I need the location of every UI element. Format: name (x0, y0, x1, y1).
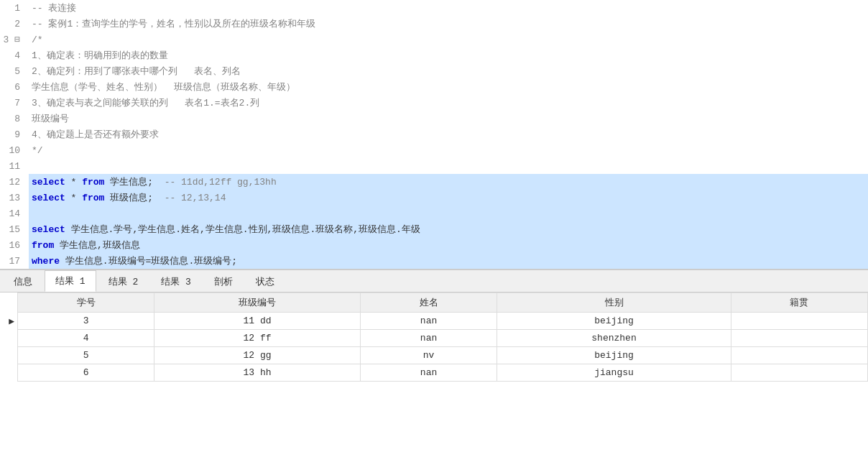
line-number: 16 (0, 237, 29, 253)
result-area: 学号 班级编号 姓名 性别 籍贯 ▶ 3 11 dd nan beijing 4… (0, 292, 868, 382)
row-indicator: ▶ (0, 313, 18, 330)
result-row-1: ▶ 3 11 dd nan beijing (0, 313, 868, 330)
code-content: -- 案例1：查询学生的学号，姓名，性别以及所在的班级名称和年级 (29, 16, 868, 32)
cell-xuehao: 5 (18, 347, 154, 364)
code-line-9: 9 4、确定题上是否还有额外要求 (0, 126, 868, 142)
cell-jiguan (731, 364, 867, 382)
col-header-banjibiaohao: 班级编号 (154, 293, 361, 313)
cell-xingming: nv (361, 347, 497, 364)
row-indicator (0, 347, 18, 364)
cell-xingbie: shenzhen (497, 330, 731, 347)
code-line-15: 15 select 学生信息.学号,学生信息.姓名,学生信息.性别,班级信息.班… (0, 221, 868, 237)
tab-result1[interactable]: 结果 1 (45, 270, 96, 292)
line-number: 9 (0, 126, 29, 142)
tab-profile[interactable]: 剖析 (203, 271, 244, 292)
line-number: 2 (0, 16, 29, 32)
col-header-xingbie: 性别 (497, 293, 731, 313)
cell-xingming: nan (361, 364, 497, 382)
code-line-12: 12 select * from 学生信息; -- 11dd,12ff gg,1… (0, 174, 868, 190)
code-line-4: 4 1、确定表：明确用到的表的数量 (0, 47, 868, 63)
code-line-8: 8 班级编号 (0, 111, 868, 126)
cell-banjibiaohao: 12 ff (154, 330, 361, 347)
cell-xuehao: 4 (18, 330, 154, 347)
tabs-bar: 信息 结果 1 结果 2 结果 3 剖析 状态 (0, 269, 868, 292)
code-content: where 学生信息.班级编号=班级信息.班级编号; (29, 253, 868, 269)
code-line-13: 13 select * from 班级信息; -- 12,13,14 (0, 190, 868, 206)
line-number: 13 (0, 190, 29, 206)
code-content: 3、确定表与表之间能够关联的列 表名1.=表名2.列 (29, 95, 868, 111)
line-number: 6 (0, 79, 29, 95)
cell-xuehao: 6 (18, 364, 154, 382)
tab-status[interactable]: 状态 (245, 271, 285, 292)
line-number: 3 ⊟ (0, 32, 29, 47)
line-number: 7 (0, 95, 29, 111)
result-row-2: 4 12 ff nan shenzhen (0, 330, 868, 347)
cell-jiguan (731, 313, 867, 330)
tab-result3[interactable]: 结果 3 (150, 271, 202, 292)
line-number: 4 (0, 47, 29, 63)
code-editor[interactable]: 1 -- 表连接 2 -- 案例1：查询学生的学号，姓名，性别以及所在的班级名称… (0, 0, 868, 269)
line-number: 5 (0, 63, 29, 79)
code-line-10: 10 */ (0, 142, 868, 158)
line-number: 1 (0, 0, 29, 16)
code-content: */ (29, 142, 868, 158)
row-indicator (0, 330, 18, 347)
line-number: 15 (0, 221, 29, 237)
code-content: 1、确定表：明确用到的表的数量 (29, 47, 868, 63)
code-content: 班级编号 (29, 111, 868, 126)
cell-jiguan (731, 347, 867, 364)
cell-xuehao: 3 (18, 313, 154, 330)
col-header-xingming: 姓名 (361, 293, 497, 313)
cell-banjibiaohao: 11 dd (154, 313, 361, 330)
code-line-14: 14 (0, 206, 868, 221)
tab-result2[interactable]: 结果 2 (98, 271, 149, 292)
code-line-11: 11 (0, 158, 868, 174)
code-lines: 1 -- 表连接 2 -- 案例1：查询学生的学号，姓名，性别以及所在的班级名称… (0, 0, 868, 269)
code-content: 学生信息（学号、姓名、性别） 班级信息（班级名称、年级） (29, 79, 868, 95)
code-content: /* (29, 32, 868, 47)
code-line-16: 16 from 学生信息,班级信息 (0, 237, 868, 253)
tab-info[interactable]: 信息 (3, 271, 43, 292)
line-number: 10 (0, 142, 29, 158)
result-row-3: 5 12 gg nv beijing (0, 347, 868, 364)
code-content: select * from 学生信息; -- 11dd,12ff gg,13hh (29, 174, 868, 190)
code-content: 4、确定题上是否还有额外要求 (29, 126, 868, 142)
cell-xingbie: beijing (497, 313, 731, 330)
cell-xingming: nan (361, 330, 497, 347)
line-number: 14 (0, 206, 29, 221)
code-content: select * from 班级信息; -- 12,13,14 (29, 190, 868, 206)
result-table: 学号 班级编号 姓名 性别 籍贯 ▶ 3 11 dd nan beijing 4… (0, 292, 868, 382)
code-line-7: 7 3、确定表与表之间能够关联的列 表名1.=表名2.列 (0, 95, 868, 111)
line-number: 17 (0, 253, 29, 269)
row-indicator (0, 364, 18, 382)
cell-banjibiaohao: 12 gg (154, 347, 361, 364)
cell-xingbie: beijing (497, 347, 731, 364)
code-content: -- 表连接 (29, 0, 868, 16)
code-line-17: 17 where 学生信息.班级编号=班级信息.班级编号; (0, 253, 868, 269)
cell-xingming: nan (361, 313, 497, 330)
result-header-row: 学号 班级编号 姓名 性别 籍贯 (0, 293, 868, 313)
col-header-jiguan: 籍贯 (731, 293, 867, 313)
cell-jiguan (731, 330, 867, 347)
code-content: from 学生信息,班级信息 (29, 237, 868, 253)
cell-banjibiaohao: 13 hh (154, 364, 361, 382)
indicator-header (0, 293, 18, 313)
code-line-6: 6 学生信息（学号、姓名、性别） 班级信息（班级名称、年级） (0, 79, 868, 95)
line-number: 12 (0, 174, 29, 190)
code-line-5: 5 2、确定列：用到了哪张表中哪个列 表名、列名 (0, 63, 868, 79)
line-number: 11 (0, 158, 29, 174)
line-number: 8 (0, 111, 29, 126)
result-row-4: 6 13 hh nan jiangsu (0, 364, 868, 382)
cell-xingbie: jiangsu (497, 364, 731, 382)
code-content: 2、确定列：用到了哪张表中哪个列 表名、列名 (29, 63, 868, 79)
code-content (29, 158, 868, 174)
code-line-3: 3 ⊟ /* (0, 32, 868, 47)
code-line-1: 1 -- 表连接 (0, 0, 868, 16)
code-content (29, 206, 868, 221)
col-header-xuehao: 学号 (18, 293, 154, 313)
code-line-2: 2 -- 案例1：查询学生的学号，姓名，性别以及所在的班级名称和年级 (0, 16, 868, 32)
code-content: select 学生信息.学号,学生信息.姓名,学生信息.性别,班级信息.班级名称… (29, 221, 868, 237)
